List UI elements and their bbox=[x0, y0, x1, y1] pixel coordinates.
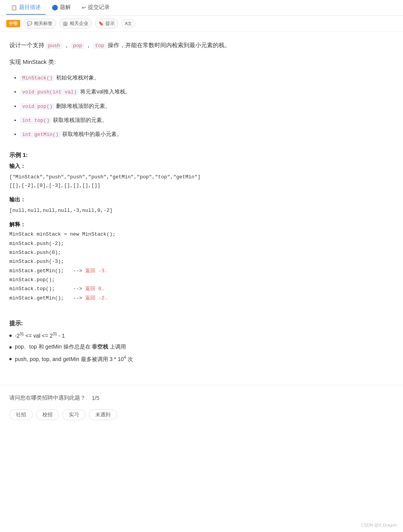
hint-text-2: pop、top 和 getMin 操作总是在 非空栈 上调用 bbox=[15, 344, 126, 351]
tab-solution[interactable]: 🔵 题解 bbox=[47, 1, 75, 15]
submissions-icon: ↩ bbox=[82, 5, 86, 11]
method-code-5: int getMin() bbox=[20, 131, 61, 138]
watermark: CSDN @X.Dragon bbox=[361, 523, 397, 527]
translate-icon: A文 bbox=[125, 21, 132, 26]
company-button[interactable]: 🏢 相天企业 bbox=[59, 19, 92, 28]
survey-tag-2[interactable]: 实习 bbox=[62, 409, 86, 420]
method-code-1: MinStack() bbox=[20, 75, 54, 81]
method-item-4: int top() 获取堆栈顶部的元素。 bbox=[20, 116, 394, 125]
method-desc-4: 获取堆栈顶部的元素。 bbox=[53, 117, 107, 123]
method-code-3: void pop() bbox=[20, 103, 54, 110]
tab-description-label: 题目描述 bbox=[19, 4, 41, 11]
input-code: ["MinStack","push","push","push","getMin… bbox=[9, 171, 394, 192]
input-line-2: [[],[-2],[0],[-3],[],[],[],[]] bbox=[9, 181, 394, 190]
description-intro: 设计一个支持 push ， pop ， top 操作，并能在常数时间内检索到最小… bbox=[9, 40, 394, 50]
survey-progress: 1/5 bbox=[92, 395, 99, 401]
method-code-4: int top() bbox=[20, 117, 51, 124]
main-content: 设计一个支持 push ， pop ， top 操作，并能在常数时间内检索到最小… bbox=[0, 32, 403, 375]
explain-line-6: minStack.pop(); bbox=[9, 275, 394, 284]
survey-tag-0[interactable]: 社招 bbox=[9, 409, 33, 420]
example-1: 示例 1: 输入： ["MinStack","push","push","pus… bbox=[9, 145, 394, 303]
toolbar: 中等 💬 相关标签 🏢 相天企业 🔖 提示 A文 bbox=[0, 16, 403, 32]
hints-title: 提示: bbox=[9, 320, 394, 327]
method-desc-2: 将元素val推入堆栈。 bbox=[80, 88, 131, 95]
chat-icon: 💬 bbox=[27, 21, 32, 26]
divider bbox=[0, 385, 403, 385]
hints-section: 提示: -231 <= val <= 231 - 1 pop、top 和 get… bbox=[9, 314, 394, 363]
output-label: 输出： bbox=[9, 196, 394, 203]
bookmark-icon: 🔖 bbox=[98, 21, 104, 26]
survey-question: 请问您在哪类招聘中遇到此题？ bbox=[9, 395, 86, 402]
hint-item-3: push, pop, top, and getMin 最多被调用 3 * 104… bbox=[9, 355, 394, 363]
code-pop: pop bbox=[71, 42, 84, 49]
tab-description[interactable]: 📋 题目描述 bbox=[6, 1, 46, 15]
explain-line-3: minStack.push(0); bbox=[9, 248, 394, 257]
explain-line-7: minStack.top(); --> 返回 0. bbox=[9, 284, 394, 293]
hint-text-1: -231 <= val <= 231 - 1 bbox=[15, 332, 65, 339]
explain-line-5: minStack.getMin(); --> 返回 -3. bbox=[9, 266, 394, 275]
code-push: push bbox=[46, 42, 62, 49]
hint-dot-1 bbox=[9, 335, 12, 337]
hint-button[interactable]: 🔖 提示 bbox=[95, 19, 118, 28]
code-top: top bbox=[93, 42, 106, 49]
methods-list: MinStack() 初始化堆栈对象。 void push(int val) 将… bbox=[9, 73, 394, 139]
method-item-3: void pop() 删除堆栈顶部的元素。 bbox=[20, 102, 394, 111]
method-item-1: MinStack() 初始化堆栈对象。 bbox=[20, 73, 394, 83]
implement-label: 实现 MinStack 类: bbox=[9, 56, 394, 67]
explain-line-2: minStack.push(-2); bbox=[9, 239, 394, 248]
explain-line-4: minStack.push(-3); bbox=[9, 257, 394, 266]
explanation-block: MinStack minStack = new MinStack(); minS… bbox=[9, 230, 394, 303]
method-desc-1: 初始化堆栈对象。 bbox=[56, 74, 100, 81]
hint-text-3: push, pop, top, and getMin 最多被调用 3 * 104… bbox=[15, 355, 133, 363]
output-value: [null,null,null,null,-3,null,0,-2] bbox=[9, 206, 394, 215]
company-icon: 🏢 bbox=[63, 21, 68, 26]
survey-section: 请问您在哪类招聘中遇到此题？ 1/5 社招 校招 实习 未遇到 bbox=[0, 395, 403, 426]
solution-icon: 🔵 bbox=[52, 5, 58, 11]
output-code: [null,null,null,null,-3,null,0,-2] bbox=[9, 205, 394, 217]
description-icon: 📋 bbox=[11, 5, 17, 11]
survey-tag-1[interactable]: 校招 bbox=[36, 409, 59, 420]
method-item-2: void push(int val) 将元素val推入堆栈。 bbox=[20, 87, 394, 97]
translate-button[interactable]: A文 bbox=[121, 19, 135, 28]
input-label: 输入： bbox=[9, 163, 394, 170]
hint-dot-2 bbox=[9, 346, 12, 349]
hint-dot-3 bbox=[9, 358, 12, 360]
example-title: 示例 1: bbox=[9, 151, 394, 159]
tab-submissions[interactable]: ↩ 提交记录 bbox=[77, 1, 114, 15]
survey-tag-3[interactable]: 未遇到 bbox=[89, 409, 117, 420]
hint-item-2: pop、top 和 getMin 操作总是在 非空栈 上调用 bbox=[9, 344, 394, 351]
method-code-2: void push(int val) bbox=[20, 89, 79, 95]
hint-item-1: -231 <= val <= 231 - 1 bbox=[9, 332, 394, 339]
method-desc-3: 删除堆栈顶部的元素。 bbox=[56, 103, 110, 109]
tab-solution-label: 题解 bbox=[60, 4, 71, 11]
method-item-5: int getMin() 获取堆栈中的最小元素。 bbox=[20, 130, 394, 139]
method-desc-5: 获取堆栈中的最小元素。 bbox=[62, 131, 122, 137]
tab-submissions-label: 提交记录 bbox=[88, 4, 110, 11]
survey-tags: 社招 校招 实习 未遇到 bbox=[9, 409, 394, 420]
tags-button[interactable]: 💬 相关标签 bbox=[23, 19, 56, 28]
difficulty-badge[interactable]: 中等 bbox=[6, 20, 20, 27]
explain-label: 解释： bbox=[9, 221, 394, 228]
explain-line-8: minStack.getMin(); --> 返回 -2. bbox=[9, 294, 394, 303]
input-line-1: ["MinStack","push","push","push","getMin… bbox=[9, 173, 394, 181]
explain-line-1: MinStack minStack = new MinStack(); bbox=[9, 230, 394, 239]
tab-bar: 📋 题目描述 🔵 题解 ↩ 提交记录 bbox=[0, 0, 403, 16]
